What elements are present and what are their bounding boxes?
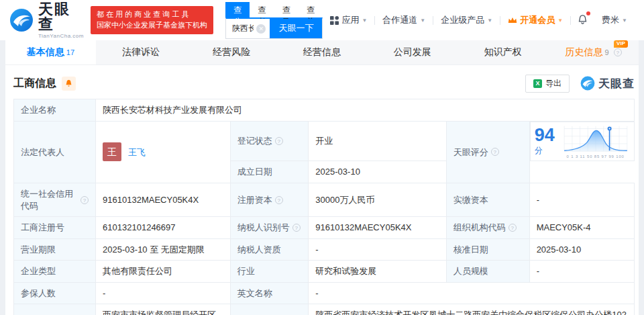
chevron-down-icon: ▼: [487, 17, 492, 24]
label-text: 统一社会信用代码: [21, 188, 78, 212]
score-axis-labels: 0 1 3 11 50 85 97 99 100: [567, 153, 625, 159]
header-nav: 应用 ▼ 合作通道 ▼ 企业级产品 ▼ 开通会员 ▼: [323, 14, 635, 27]
tab-legal-proceedings[interactable]: 法律诉讼: [96, 40, 186, 64]
brand-name: 天眼查: [38, 2, 84, 32]
nav-open-vip[interactable]: 开通会员 ▼: [500, 14, 570, 26]
reg-capital-label: 注册资本?: [230, 183, 309, 217]
company-name-label: 企业名称: [14, 99, 96, 122]
tab-intellectual-property[interactable]: 知识产权: [458, 40, 548, 64]
table-row: 统一社会信用代码? 91610132MAECY05K4X 注册资本? 30000…: [14, 183, 635, 217]
help-icon[interactable]: ?: [491, 148, 499, 156]
crown-icon: [508, 16, 517, 24]
search-tab-company[interactable]: 查公司: [225, 2, 250, 17]
brand-domain: TianYanCha.com: [38, 34, 84, 39]
reg-number-label: 工商注册号: [14, 217, 96, 239]
chevron-down-icon: ▼: [420, 17, 425, 24]
tab-business-info[interactable]: 经营信息: [277, 40, 368, 64]
tab-history-count: 9: [605, 48, 609, 56]
search-button[interactable]: 天眼一下: [270, 19, 322, 38]
help-icon[interactable]: ?: [275, 196, 283, 204]
slogan-line2: 国家中小企业发展子基金旗下机构: [97, 20, 207, 31]
approval-date-label: 核准日期: [446, 238, 529, 261]
chevron-down-icon: ▼: [362, 17, 367, 24]
clear-icon[interactable]: ✕: [256, 24, 266, 34]
tab-label: 经营信息: [303, 46, 341, 58]
watermark-text: 天眼查: [598, 76, 635, 91]
page-body: 基本信息 17 法律诉讼 经营风险 经营信息 公司发展 知识产权 VIP 历史信…: [0, 40, 644, 315]
help-icon[interactable]: ?: [508, 224, 517, 232]
reg-number-value: 610132101246697: [96, 217, 231, 239]
tab-company-development[interactable]: 公司发展: [367, 40, 458, 64]
basic-info-content: 工商信息 X 导出 天眼查: [5, 65, 639, 315]
legal-rep-avatar[interactable]: 王: [103, 142, 121, 161]
table-row: 企业名称 陕西长安芯材科技产业发展有限公司: [14, 99, 635, 122]
score-label: 天眼评分?: [446, 121, 529, 183]
top-header: 天眼查 TianYanCha.com 都 在 用 的 商 业 查 询 工 具 国…: [0, 0, 644, 40]
search-tab-relation[interactable]: 查关系: [299, 2, 323, 17]
slogan-line1: 都 在 用 的 商 业 查 询 工 具: [97, 9, 207, 20]
monitor-bell-chip[interactable]: [62, 77, 76, 91]
company-type-value: 其他有限责任公司: [96, 261, 231, 283]
slogan-banner: 都 在 用 的 商 业 查 询 工 具 国家中小企业发展子基金旗下机构: [91, 6, 213, 34]
reg-status-value: 开业: [309, 121, 446, 161]
help-icon[interactable]: ?: [80, 196, 89, 204]
nav-cooperation-label: 合作通道: [382, 14, 417, 26]
notification-bell[interactable]: [571, 14, 594, 27]
legal-rep-label: 法定代表人: [14, 121, 96, 183]
watermark-swirl-icon: [580, 76, 595, 91]
score-value: 94: [535, 125, 555, 145]
help-icon[interactable]: ?: [614, 48, 622, 56]
reg-address-label: 注册地址?: [230, 304, 309, 315]
tab-history-label: 历史信息: [566, 46, 603, 58]
search-tab-boss[interactable]: 查老板: [250, 2, 274, 17]
table-row: 法定代表人 王 王飞 登记状态? 开业 天眼评分? 94分: [14, 121, 635, 161]
staff-size-value: -: [529, 261, 634, 283]
company-detail-card: 基本信息 17 法律诉讼 经营风险 经营信息 公司发展 知识产权 VIP 历史信…: [5, 40, 639, 315]
english-name-label: 英文名称: [230, 282, 309, 304]
search-tab-risk[interactable]: 查风险: [274, 2, 299, 17]
nav-cooperation[interactable]: 合作通道 ▼: [375, 14, 433, 26]
tab-label: 经营风险: [213, 46, 250, 58]
section-tabbar: 基本信息 17 法律诉讼 经营风险 经营信息 公司发展 知识产权 VIP 历史信…: [5, 40, 639, 65]
apps-grid-icon: [330, 16, 339, 25]
legal-rep-name-link[interactable]: 王飞: [128, 146, 146, 159]
org-code-label: 组织机构代码?: [446, 217, 529, 239]
table-row: 工商注册号 610132101246697 纳税人识别号? 91610132MA…: [14, 217, 635, 239]
reg-capital-value: 30000万人民币: [309, 183, 446, 217]
tab-history-info[interactable]: VIP 历史信息 9 ?: [548, 40, 639, 64]
industry-value: 研究和试验发展: [309, 261, 446, 283]
help-icon[interactable]: ?: [292, 224, 301, 232]
label-text: 组织机构代码: [453, 222, 506, 234]
nav-user[interactable]: 费米 ▼: [594, 14, 635, 26]
tab-basic-info-label: 基本信息: [27, 46, 64, 58]
score-cell: 94分: [530, 122, 635, 161]
monitor-bell-icon: [65, 79, 72, 87]
taxpayer-quality-value: -: [309, 238, 446, 261]
legal-rep-cell: 王 王飞: [96, 121, 231, 183]
credit-code-label: 统一社会信用代码?: [14, 183, 96, 217]
tab-label: 法律诉讼: [122, 46, 160, 58]
tab-business-risk[interactable]: 经营风险: [186, 40, 277, 64]
score-distribution-chart: [562, 124, 629, 153]
english-name-value: -: [309, 282, 635, 304]
company-type-label: 企业类型: [14, 261, 96, 283]
tab-label: 知识产权: [484, 46, 522, 58]
chevron-down-icon: ▼: [557, 17, 563, 24]
tab-basic-info-count: 17: [66, 48, 74, 56]
nav-apps-label: 应用: [341, 14, 359, 26]
establish-date-value: 2025-03-10: [309, 161, 446, 183]
help-icon[interactable]: ?: [275, 137, 283, 145]
tianyancha-logo[interactable]: 天眼查 TianYanCha.com: [9, 2, 84, 39]
nav-enterprise-label: 企业级产品: [441, 14, 484, 26]
approval-date-value: 2025-03-10: [529, 238, 634, 261]
establish-date-label: 成立日期: [230, 161, 309, 183]
watermark-logo: 天眼查: [580, 76, 635, 91]
nav-user-label: 费米: [602, 14, 619, 26]
business-info-table: 企业名称 陕西长安芯材科技产业发展有限公司 法定代表人 王 王飞 登记状态? 开…: [13, 99, 635, 315]
tianyancha-logo-icon: [9, 8, 34, 32]
table-row: 参保人数 - 英文名称 -: [14, 282, 635, 304]
nav-enterprise[interactable]: 企业级产品 ▼: [433, 14, 500, 26]
nav-apps[interactable]: 应用 ▼: [323, 14, 374, 26]
export-button[interactable]: X 导出: [525, 75, 570, 93]
tab-basic-info[interactable]: 基本信息 17: [5, 40, 96, 64]
